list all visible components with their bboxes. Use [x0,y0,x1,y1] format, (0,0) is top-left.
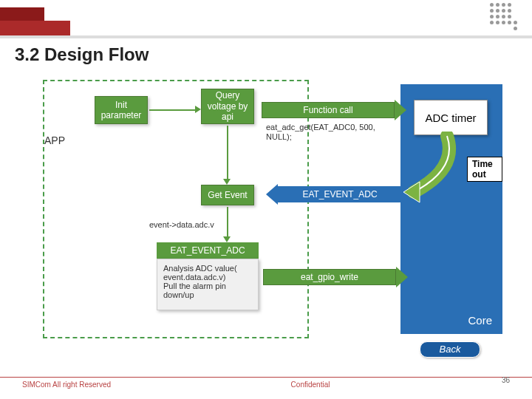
core-label: Core [468,314,492,327]
arrow-label: eat_gpio_write [301,272,358,282]
event-data-annotation: event->data.adc.v [149,220,214,229]
header-decoration [0,0,532,21]
get-event-box: Get Event [201,185,254,205]
page-title: 3.2 Design Flow [15,44,149,65]
event-title-box: EAT_EVENT_ADC [157,242,259,259]
arrow-head-icon [396,267,408,287]
red-accent-1 [0,7,44,21]
curve-arrow-timer-to-event [399,132,473,205]
eat-gpio-write-arrow: eat_gpio_write [263,269,396,285]
init-parameter-box: Init parameter [95,96,148,124]
footer-center: Confidential [111,381,510,389]
arrow-head-icon [266,184,278,205]
app-label: APP [44,134,65,146]
page-number: 36 [502,376,510,384]
svg-marker-0 [403,182,420,202]
footer: SIMCom All right Reserved Confidential [0,377,532,389]
diagram-canvas: APP Init parameter Query voltage by api … [37,74,502,362]
arrow-head-icon [195,106,201,113]
red-accent-2 [0,21,70,35]
arrow-label: Function call [303,105,352,115]
adc-timer-box: ADC timer [414,100,488,135]
arrow-init-to-query [149,109,197,111]
function-call-arrow: Function call [262,102,395,118]
arrow-getevent-to-eventbox [227,207,228,238]
footer-left: SIMCom All right Reserved [22,381,111,389]
event-body-box: Analysis ADC value( event.data.adc.v) Pu… [157,259,259,310]
arrow-head-icon [223,179,231,185]
arrow-head-icon [223,236,231,242]
gray-bar [0,35,532,38]
api-call-annotation: eat_adc_get(EAT_ADC0, 500, NULL); [266,123,384,142]
arrow-label: EAT_EVENT_ADC [302,189,377,200]
back-button[interactable]: Back [420,341,480,358]
eat-event-adc-arrow: EAT_EVENT_ADC [278,186,402,202]
arrow-query-to-getevent [227,126,228,180]
arrow-head-icon [395,100,406,120]
query-voltage-box: Query voltage by api [201,89,254,124]
dots-decoration [490,3,517,30]
